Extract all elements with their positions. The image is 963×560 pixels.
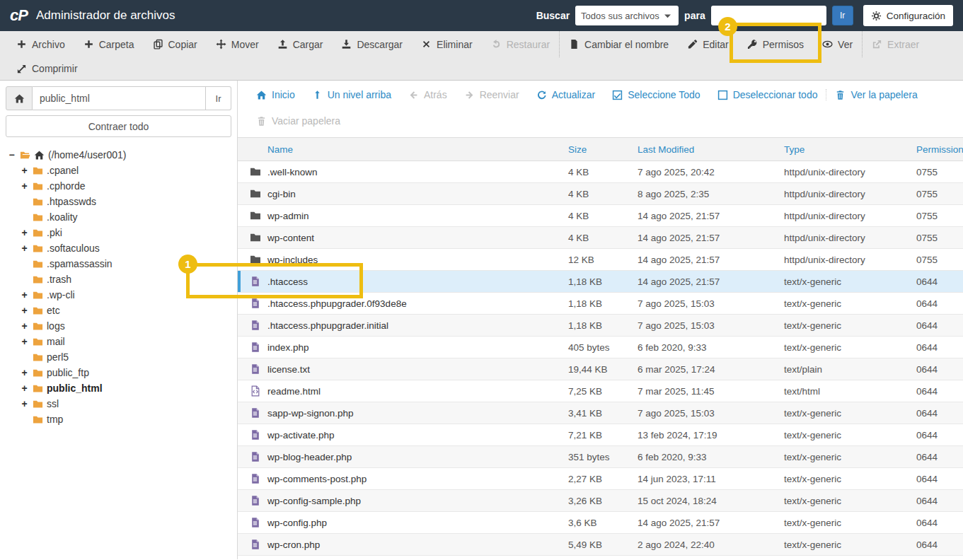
file-row-wp-comments-post-php[interactable]: wp-comments-post.php2,27 KB14 jun 2023, … [238,468,963,490]
file-row-well-known[interactable]: .well-known4 KB7 ago 2025, 20:42httpd/un… [238,161,963,183]
toolbar-item-cargar[interactable]: Cargar [268,31,333,57]
plus-expander-icon[interactable]: + [20,227,29,238]
tree-item-koality[interactable]: .koality [6,209,231,225]
toolbar-item-ver[interactable]: Ver [813,31,862,57]
file-row-wp-blog-header-php[interactable]: wp-blog-header.php351 bytes6 feb 2020, 9… [238,446,963,468]
file-row-index-php[interactable]: index.php405 bytes6 feb 2020, 9:33text/x… [238,337,963,358]
toolbar-item-comprimir[interactable]: Comprimir [7,57,87,80]
path-input[interactable] [33,86,206,110]
toolbar-item-descargar[interactable]: Descargar [332,31,412,57]
tree-item-ssl[interactable]: +ssl [6,396,231,412]
toolbar-item-copiar[interactable]: Copiar [144,31,207,57]
cell-name: wp-config-sample.php [262,496,563,506]
plus-expander-icon[interactable]: + [20,383,29,394]
tree-item-wp-cli[interactable]: +.wp-cli [6,287,231,303]
file-row-sapp-wp-signon-php[interactable]: sapp-wp-signon.php3,41 KB7 ago 2025, 15:… [238,402,963,424]
close-icon [421,39,432,49]
column-header-name[interactable]: Name [262,144,563,155]
tree-item-label: .cpanel [47,165,79,176]
cell-modified: 15 oct 2024, 18:24 [632,496,778,506]
doc-icon [244,429,261,441]
nav-item-ver-la-papelera[interactable]: Ver la papelera [826,89,925,100]
file-row-wp-config-sample-php[interactable]: wp-config-sample.php3,26 KB15 oct 2024, … [238,490,963,512]
tree-item-htpasswds[interactable]: .htpasswds [6,194,231,209]
tree-item-public-html[interactable]: +public_html [6,380,231,396]
tree-item-softaculous[interactable]: +.softaculous [6,240,231,256]
content-area: Ir Contraer todo −(/home4/user001)+.cpan… [0,81,963,559]
file-row-wp-admin[interactable]: wp-admin4 KB14 ago 2025, 21:57httpd/unix… [238,205,963,227]
tree-item-pki[interactable]: +.pki [6,225,231,240]
file-row-htaccess-phpupgrader-0f93de8e[interactable]: .htaccess.phpupgrader.0f93de8e1,18 KB7 a… [238,293,963,315]
file-row-htaccess-phpupgrader-initial[interactable]: .htaccess.phpupgrader.initial1,18 KB7 ag… [238,315,963,337]
nav-item-seleccione-todo[interactable]: Seleccione Todo [604,89,708,100]
levelup-icon [312,90,323,100]
toolbar-item-archivo[interactable]: Archivo [7,31,74,57]
nav-item-inicio[interactable]: Inicio [248,89,304,100]
search-input[interactable] [711,6,826,25]
plus-expander-icon[interactable]: + [20,165,29,176]
toolbar-item-eliminar[interactable]: Eliminar [412,31,482,57]
nav-item-deseleccionar-todo[interactable]: Deseleccionar todo [709,89,826,100]
file-row-readme-html[interactable]: readme.html7,25 KB7 mar 2025, 11:45text/… [238,380,963,402]
column-header-size[interactable]: Size [563,144,632,155]
plus-expander-icon[interactable]: + [20,180,29,192]
tree-item-trash[interactable]: .trash [6,272,231,287]
search-scope-select[interactable]: Todos sus archivos [575,6,679,25]
file-row-wp-activate-php[interactable]: wp-activate.php7,21 KB13 feb 2024, 17:19… [238,424,963,446]
file-row-htaccess[interactable]: .htaccess1,18 KB14 ago 2025, 21:57text/x… [238,271,963,293]
file-row-wp-content[interactable]: wp-content4 KB14 ago 2025, 21:57httpd/un… [238,227,963,249]
tree-item-cphorde[interactable]: +.cphorde [6,178,231,194]
cell-modified: 14 ago 2025, 21:57 [632,518,778,528]
tree-item-home4-user001[interactable]: −(/home4/user001) [6,147,231,163]
cell-modified: 14 jun 2023, 17:11 [632,474,778,484]
column-header-type[interactable]: Type [778,144,911,155]
settings-button[interactable]: Configuración [863,5,953,26]
plus-expander-icon[interactable]: + [20,336,29,347]
search-go-button[interactable]: Ir [832,6,853,25]
trash-icon [835,90,846,100]
tree-item-public-ftp[interactable]: +public_ftp [6,365,231,380]
toolbar-item-editar[interactable]: Editar [678,31,738,57]
move-icon [216,39,226,49]
plus-expander-icon[interactable]: + [20,320,29,332]
tree-item-mail[interactable]: +mail [6,334,231,349]
folder-icon [238,188,262,199]
tree-item-etc[interactable]: +etc [6,303,231,318]
toolbar-item-cambiar-el-nombre[interactable]: Cambiar el nombre [559,31,678,57]
plus-expander-icon[interactable]: + [20,289,29,301]
toolbar-item-carpeta[interactable]: Carpeta [74,31,144,57]
collapse-all-button[interactable]: Contraer todo [6,115,231,137]
file-row-cgi-bin[interactable]: cgi-bin4 KB8 ago 2025, 2:35httpd/unix-di… [238,183,963,205]
nav-item-un-nivel-arriba[interactable]: Un nivel arriba [304,89,400,100]
column-header-permissions[interactable]: Permissions [911,144,963,155]
settings-label: Configuración [887,11,945,21]
file-row-wp-includes[interactable]: wp-includes12 KB14 ago 2025, 21:57httpd/… [238,249,963,271]
tree-item-perl5[interactable]: perl5 [6,349,231,365]
cell-size: 12 KB [563,255,632,265]
column-header-last-modified[interactable]: Last Modified [632,144,778,155]
tree-item-cpanel[interactable]: +.cpanel [6,163,231,178]
cell-perms: 0755 [911,167,963,177]
toolbar-item-mover[interactable]: Mover [207,31,268,57]
plus-expander-icon[interactable]: + [20,305,29,316]
cell-name: wp-blog-header.php [262,452,563,462]
plus-expander-icon[interactable]: + [20,367,29,378]
file-row-wp-config-php[interactable]: wp-config.php3,6 KB14 ago 2025, 21:57tex… [238,512,963,534]
home-path-button[interactable] [6,86,33,110]
tree-item-spamassassin[interactable]: .spamassassin [6,256,231,272]
minus-expander-icon[interactable]: − [7,149,16,161]
chevron-down-icon [662,11,673,21]
tree-item-label: etc [47,305,60,316]
path-go-button[interactable]: Ir [206,86,231,110]
tree-item-label: .trash [47,274,71,285]
file-row-license-txt[interactable]: license.txt19,44 KB6 mar 2025, 17:24text… [238,358,963,380]
cell-modified: 13 feb 2024, 17:19 [632,430,778,441]
file-row-wp-cron-php[interactable]: wp-cron.php5,49 KB2 ago 2024, 22:40text/… [238,534,963,556]
tree-item-label: public_html [47,383,103,394]
tree-item-tmp[interactable]: tmp [6,412,231,427]
toolbar-item-permisos[interactable]: Permisos [738,31,813,57]
tree-item-logs[interactable]: +logs [6,318,231,334]
nav-item-actualizar[interactable]: Actualizar [528,89,604,100]
plus-expander-icon[interactable]: + [20,398,29,409]
plus-expander-icon[interactable]: + [20,243,29,254]
